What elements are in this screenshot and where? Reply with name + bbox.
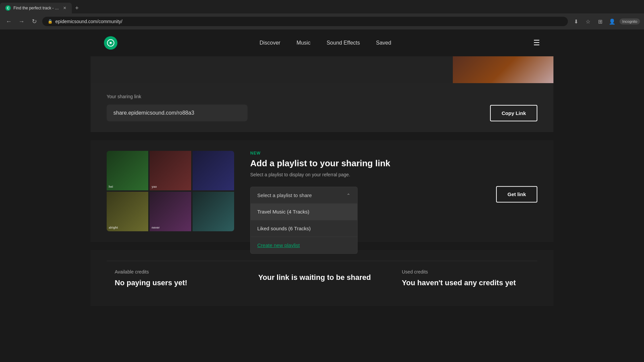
available-credits-card: Available credits No paying users yet! [107, 261, 250, 295]
sharing-link-row: share.epidemicsound.com/ro88a3 Copy Link [107, 105, 537, 121]
dropdown-item-liked-sounds[interactable]: Liked sounds (6 Tracks) [251, 220, 357, 237]
browser-nav: ← → ↻ 🔒 epidemicsound.com/community/ ⬇ ☆… [0, 13, 644, 29]
hero-right-image [453, 56, 553, 83]
lock-icon: 🔒 [48, 19, 53, 24]
nav-saved[interactable]: Saved [376, 40, 391, 46]
copy-link-button[interactable]: Copy Link [490, 105, 537, 121]
site-header: Discover Music Sound Effects Saved ☰ [91, 29, 553, 56]
tab-favicon: C [5, 5, 11, 11]
playlist-subtitle: Select a playlist to display on your ref… [250, 172, 537, 177]
site-logo[interactable] [104, 36, 117, 50]
hamburger-button[interactable]: ☰ [533, 39, 540, 47]
new-tab-button[interactable]: + [72, 5, 82, 12]
forward-button[interactable]: → [17, 17, 26, 26]
available-credits-value: No paying users yet! [115, 279, 242, 287]
playlist-section: hei yao alright never NEW Add a playlist… [91, 140, 553, 242]
playlist-img-3 [193, 151, 234, 190]
used-credits-card: Used credits You haven't used any credit… [394, 261, 537, 295]
active-tab[interactable]: C Find the perfect track - start sou ✕ [0, 3, 72, 13]
nav-music[interactable]: Music [297, 40, 311, 46]
nav-discover[interactable]: Discover [260, 40, 280, 46]
new-badge: NEW [250, 151, 537, 156]
refresh-button[interactable]: ↻ [30, 17, 39, 26]
playlist-dropdown-menu: Travel Music (4 Tracks) Liked sounds (6 … [250, 203, 358, 254]
tab-title: Find the perfect track - start sou [13, 6, 60, 10]
page-wrapper: Discover Music Sound Effects Saved ☰ You… [91, 29, 553, 306]
used-credits-label: Used credits [402, 269, 529, 275]
download-icon[interactable]: ⬇ [571, 17, 581, 26]
url-text: epidemicsound.com/community/ [55, 19, 122, 24]
playlist-content: NEW Add a playlist to your sharing link … [250, 151, 537, 203]
hero-left-panel [91, 56, 453, 83]
playlist-img-5: never [150, 192, 191, 231]
dropdown-placeholder: Select a playlist to share [257, 192, 312, 198]
sharing-status-value: Your link is waiting to be shared [258, 273, 386, 282]
browser-tabs: C Find the perfect track - start sou ✕ + [0, 0, 644, 13]
extensions-icon[interactable]: ⊞ [595, 17, 605, 26]
playlist-dropdown-trigger[interactable]: Select a playlist to share ⌃ [250, 187, 358, 203]
nav-extras: ⬇ ☆ ⊞ 👤 Incognito [571, 17, 640, 26]
bookmark-icon[interactable]: ☆ [583, 17, 593, 26]
tab-close-icon[interactable]: ✕ [63, 6, 66, 10]
sharing-section: Your sharing link share.epidemicsound.co… [91, 83, 553, 132]
hero-banner [91, 56, 553, 83]
used-credits-value: You haven't used any credits yet [402, 279, 529, 287]
playlist-images: hei yao alright never [107, 151, 234, 231]
back-button[interactable]: ← [4, 17, 13, 26]
create-new-playlist-link[interactable]: Create new playlist [251, 237, 357, 253]
sharing-url-box: share.epidemicsound.com/ro88a3 [107, 105, 248, 121]
browser-chrome: C Find the perfect track - start sou ✕ +… [0, 0, 644, 29]
playlist-title: Add a playlist to your sharing link [250, 158, 537, 169]
dropdown-item-travel-music[interactable]: Travel Music (4 Tracks) [251, 203, 357, 220]
playlist-dropdown-container: Select a playlist to share ⌃ Travel Musi… [250, 187, 358, 203]
playlist-img-6 [193, 192, 234, 231]
bottom-cards: Available credits No paying users yet! Y… [91, 250, 553, 306]
address-bar[interactable]: 🔒 epidemicsound.com/community/ [42, 17, 568, 26]
playlist-img-1: hei [107, 151, 148, 190]
available-credits-label: Available credits [115, 269, 242, 275]
sharing-status-card: Your link is waiting to be shared [250, 261, 394, 295]
get-link-button[interactable]: Get link [496, 186, 537, 202]
chevron-up-icon: ⌃ [346, 193, 351, 198]
main-nav: Discover Music Sound Effects Saved [260, 40, 391, 46]
incognito-badge: Incognito [620, 18, 640, 24]
nav-sound-effects[interactable]: Sound Effects [327, 40, 360, 46]
sharing-label: Your sharing link [107, 94, 537, 99]
playlist-img-2: yao [150, 151, 191, 190]
profile-icon[interactable]: 👤 [607, 17, 617, 26]
playlist-img-4: alright [107, 192, 148, 231]
